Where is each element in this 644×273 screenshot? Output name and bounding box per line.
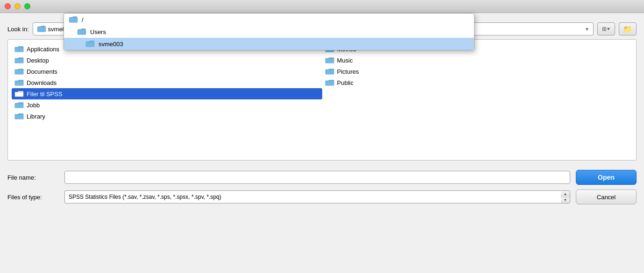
file-item-pictures[interactable]: Pictures xyxy=(322,66,633,77)
spinner-down-icon[interactable]: ▼ xyxy=(561,197,570,203)
cancel-button[interactable]: Cancel xyxy=(576,189,637,204)
folder-icon xyxy=(14,79,24,86)
dialog-window: / Users svme003 Look in: xyxy=(0,0,644,273)
svg-rect-13 xyxy=(15,104,23,108)
svg-rect-12 xyxy=(15,92,23,97)
bottom-section: File name: Open Files of type: SPSS Stat… xyxy=(0,165,644,214)
file-item-documents[interactable]: Documents xyxy=(12,66,322,77)
svg-rect-7 xyxy=(326,59,334,63)
svg-rect-14 xyxy=(15,115,23,119)
file-item-label: Music xyxy=(337,57,353,64)
new-folder-button[interactable]: 📁 xyxy=(619,22,637,35)
folder-icon xyxy=(14,90,24,98)
dropdown-item-root[interactable]: / xyxy=(64,14,474,26)
file-item-desktop[interactable]: Desktop xyxy=(12,55,322,66)
folder-icon xyxy=(69,16,78,23)
filetype-label: Files of type: xyxy=(7,194,59,201)
dropdown-item-root-label: / xyxy=(82,16,84,23)
filename-input[interactable] xyxy=(64,171,570,184)
filename-row: File name: Open xyxy=(7,170,637,185)
folder-icon xyxy=(14,112,24,120)
file-item-label: Public xyxy=(337,79,354,86)
folder-icon xyxy=(325,79,334,86)
file-item-music[interactable]: Music xyxy=(322,55,633,66)
filetype-combo-wrapper: SPSS Statistics Files (*.sav, *.zsav, *.… xyxy=(64,190,570,203)
file-item-label: Downloads xyxy=(27,79,57,86)
svg-rect-2 xyxy=(86,42,94,47)
new-folder-icon: 📁 xyxy=(623,25,632,34)
close-button[interactable] xyxy=(5,3,11,9)
folder-icon xyxy=(14,101,24,109)
file-item-label: Filer til SPSS xyxy=(27,91,63,98)
svg-rect-6 xyxy=(15,59,23,63)
svg-rect-9 xyxy=(326,70,334,74)
file-item-filer-til-spss[interactable]: Filer til SPSS xyxy=(12,88,322,99)
maximize-button[interactable] xyxy=(24,3,30,9)
file-item-public[interactable]: Public xyxy=(322,77,633,88)
look-in-label: Look in: xyxy=(7,26,29,33)
svg-rect-1 xyxy=(78,30,86,35)
dropdown-item-svme003-label: svme003 xyxy=(99,41,123,48)
filetype-combo[interactable]: SPSS Statistics Files (*.sav, *.zsav, *.… xyxy=(64,190,561,203)
folder-icon xyxy=(14,45,24,53)
dropdown-item-users-label: Users xyxy=(90,28,106,35)
grid-view-button[interactable]: ⊞ ▼ xyxy=(597,22,615,35)
dropdown-arrow-icon: ▼ xyxy=(607,27,611,31)
svg-rect-11 xyxy=(326,81,334,85)
folder-icon xyxy=(77,28,86,35)
dropdown-item-svme003[interactable]: svme003 xyxy=(64,38,474,50)
combo-arrow-icon: ▼ xyxy=(585,27,589,32)
folder-icon xyxy=(37,25,46,33)
file-item-label: Pictures xyxy=(337,68,359,75)
svg-rect-0 xyxy=(69,18,78,22)
file-browser: Applications Movies Des xyxy=(7,39,637,161)
location-dropdown[interactable]: / Users svme003 xyxy=(64,13,474,50)
file-item-label: Library xyxy=(27,113,45,120)
svg-rect-4 xyxy=(15,48,23,52)
file-item-downloads[interactable]: Downloads xyxy=(12,77,322,88)
filetype-row: Files of type: SPSS Statistics Files (*.… xyxy=(7,189,637,204)
grid-icon: ⊞ xyxy=(602,26,607,32)
file-item-library[interactable]: Library xyxy=(12,111,322,122)
folder-icon xyxy=(14,68,24,75)
svg-rect-8 xyxy=(15,70,23,74)
file-item-label: Desktop xyxy=(27,57,49,64)
folder-icon xyxy=(325,68,334,75)
file-item-label: Jobb xyxy=(27,102,40,109)
file-item-label: Applications xyxy=(27,46,59,53)
filetype-spinner[interactable]: ▲ ▼ xyxy=(561,190,570,203)
folder-icon xyxy=(325,56,334,64)
spinner-up-icon[interactable]: ▲ xyxy=(561,191,570,197)
svg-rect-3 xyxy=(37,27,46,32)
folder-icon xyxy=(14,56,24,64)
folder-icon xyxy=(85,40,95,48)
file-item-jobb[interactable]: Jobb xyxy=(12,99,322,111)
svg-rect-10 xyxy=(15,81,23,85)
open-button[interactable]: Open xyxy=(576,170,637,185)
filename-label: File name: xyxy=(7,174,59,181)
minimize-button[interactable] xyxy=(14,3,21,9)
title-bar xyxy=(0,0,644,13)
file-item-label: Documents xyxy=(27,68,57,75)
dropdown-item-users[interactable]: Users xyxy=(64,26,474,38)
